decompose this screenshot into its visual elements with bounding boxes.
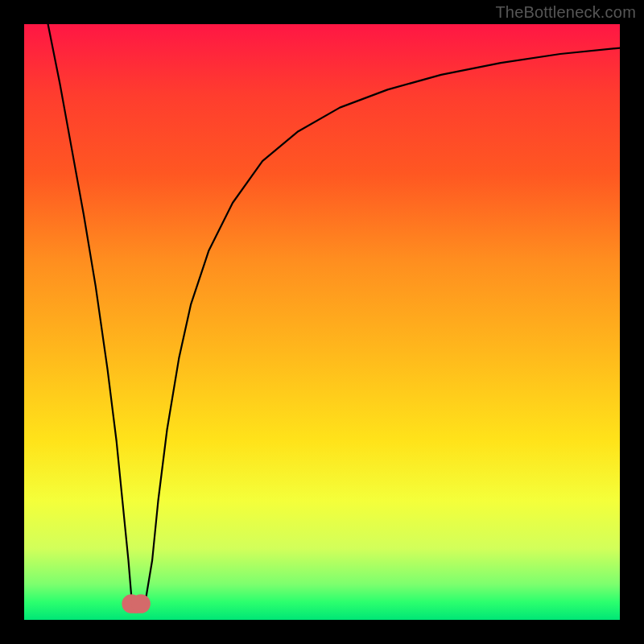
bottleneck-curve xyxy=(48,24,620,605)
watermark-text: TheBottleneck.com xyxy=(495,3,636,22)
curve-layer xyxy=(24,24,620,620)
plot-area xyxy=(24,24,620,620)
chart-frame: TheBottleneck.com xyxy=(0,0,644,644)
trough-marker-right xyxy=(131,594,151,613)
